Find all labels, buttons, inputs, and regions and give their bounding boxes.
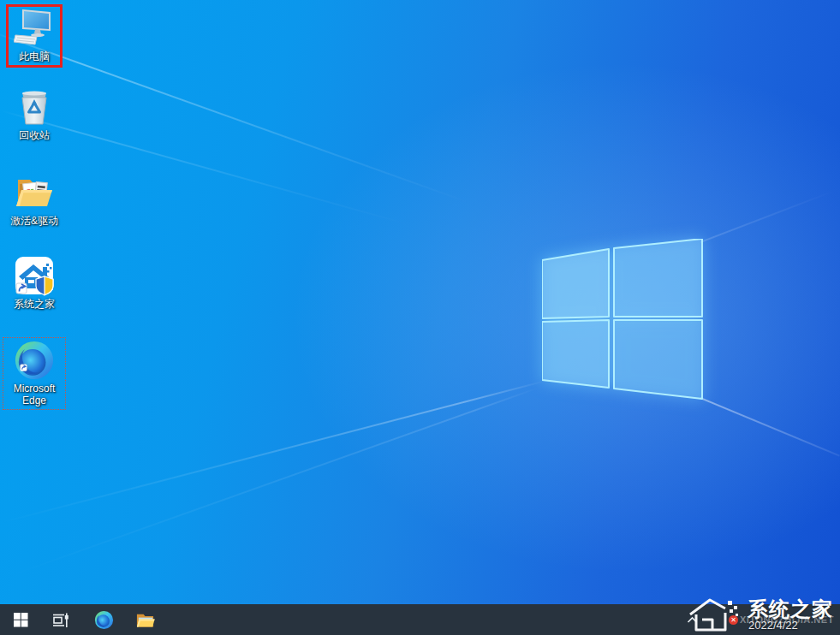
light-ray (0, 386, 541, 580)
taskbar (0, 604, 840, 635)
edge-icon (14, 340, 55, 381)
this-pc-icon (14, 8, 55, 49)
windows-logo-wallpaper (542, 239, 703, 400)
light-ray (0, 110, 536, 261)
icon-label: Microsoft Edge (3, 383, 65, 407)
icon-label: 回收站 (19, 129, 50, 141)
desktop-icon-activation-drivers[interactable]: 激活&驱动 (2, 172, 67, 227)
windows-flag-icon (14, 613, 28, 627)
taskbar-file-explorer-button[interactable] (127, 604, 163, 635)
xitongzhijia-house-icon (14, 255, 55, 296)
start-button[interactable] (3, 604, 39, 635)
desktop-wallpaper[interactable] (0, 0, 840, 635)
desktop-icon-this-pc[interactable]: 此电脑 (2, 8, 67, 62)
icon-label: 系统之家 (14, 298, 55, 310)
desktop-icon-xitongzhijia[interactable]: 系统之家 (2, 255, 67, 310)
recycle-bin-icon (14, 86, 55, 128)
desktop-icon-recycle-bin[interactable]: 回收站 (2, 86, 67, 141)
light-ray (0, 380, 547, 524)
chevron-up-icon (687, 616, 698, 624)
desktop-icon-microsoft-edge[interactable]: Microsoft Edge (3, 337, 66, 410)
light-ray (0, 31, 605, 252)
task-view-icon (51, 611, 69, 629)
edge-icon (94, 610, 114, 630)
light-ray (700, 189, 837, 243)
taskbar-edge-button[interactable] (86, 604, 122, 635)
open-folder-icon (14, 172, 55, 213)
file-explorer-icon (135, 610, 155, 630)
icon-label: 此电脑 (19, 50, 50, 62)
icon-label: 激活&驱动 (10, 215, 58, 227)
tray-expand-button[interactable] (679, 604, 705, 635)
light-ray (700, 397, 840, 456)
task-view-button[interactable] (42, 604, 78, 635)
